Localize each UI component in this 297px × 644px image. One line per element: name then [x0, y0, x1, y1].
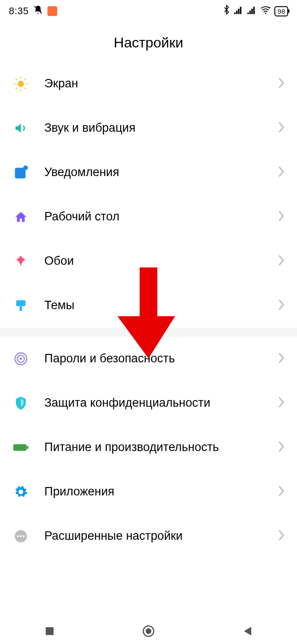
svg-point-24	[23, 535, 25, 538]
chevron-right-icon	[278, 122, 285, 134]
chevron-right-icon	[278, 353, 285, 365]
chevron-right-icon	[278, 78, 285, 90]
settings-group-security: Пароли и безопасность Защита конфиденциа…	[0, 337, 297, 558]
chevron-right-icon	[278, 299, 285, 312]
sun-icon	[12, 75, 29, 92]
nav-home-button[interactable]	[131, 624, 166, 638]
svg-point-18	[20, 357, 22, 360]
settings-item-label: Обои	[44, 254, 278, 269]
chevron-right-icon	[278, 211, 285, 223]
settings-item-label: Защита конфиденциальности	[44, 396, 278, 411]
speaker-icon	[12, 120, 29, 137]
settings-item-themes[interactable]: Темы	[0, 283, 297, 328]
svg-rect-19	[13, 444, 27, 451]
svg-rect-25	[46, 627, 54, 635]
svg-point-3	[18, 81, 24, 87]
fingerprint-icon	[12, 350, 29, 367]
nav-back-button[interactable]	[230, 626, 265, 636]
settings-item-notifications[interactable]: Уведомления	[0, 150, 297, 195]
settings-item-label: Питание и производительность	[44, 440, 278, 455]
settings-item-label: Уведомления	[44, 165, 278, 180]
wifi-icon	[260, 5, 271, 17]
settings-item-label: Расширенные настройки	[44, 529, 278, 544]
svg-point-22	[17, 535, 20, 538]
svg-line-9	[25, 88, 26, 89]
dnd-icon	[33, 5, 43, 17]
page-title: Настройки	[0, 22, 297, 62]
home-icon	[12, 208, 29, 225]
settings-item-apps[interactable]: Приложения	[0, 470, 297, 514]
app-badge-icon	[47, 6, 57, 16]
settings-item-label: Пароли и безопасность	[44, 351, 278, 366]
gear-icon	[12, 483, 29, 500]
notification-icon	[12, 164, 29, 181]
svg-point-13	[23, 165, 28, 170]
signal-2-icon	[247, 5, 257, 17]
settings-group-display: Экран Звук и вибрация Уведомления Рабочи…	[0, 62, 297, 328]
svg-point-2	[265, 13, 266, 14]
chevron-right-icon	[278, 166, 285, 179]
settings-item-display[interactable]: Экран	[0, 62, 297, 106]
settings-item-advanced[interactable]: Расширенные настройки	[0, 514, 297, 558]
settings-item-home[interactable]: Рабочий стол	[0, 195, 297, 239]
dots-icon	[12, 528, 29, 545]
brush-icon	[12, 297, 29, 314]
settings-item-label: Звук и вибрация	[44, 121, 278, 136]
nav-recents-button[interactable]	[32, 626, 67, 636]
chevron-right-icon	[278, 441, 285, 454]
chevron-right-icon	[278, 397, 285, 409]
shield-icon	[12, 395, 29, 412]
svg-line-11	[25, 79, 26, 80]
signal-1-icon	[234, 5, 243, 17]
svg-rect-20	[27, 446, 28, 449]
svg-line-10	[16, 88, 17, 89]
svg-rect-15	[20, 306, 22, 311]
settings-item-label: Темы	[44, 298, 278, 313]
settings-item-security[interactable]: Пароли и безопасность	[0, 337, 297, 381]
svg-line-8	[16, 79, 17, 80]
svg-point-23	[20, 535, 22, 538]
chevron-right-icon	[278, 255, 285, 267]
battery-h-icon	[12, 439, 29, 456]
svg-rect-14	[16, 300, 25, 306]
settings-item-label: Рабочий стол	[44, 209, 278, 224]
status-time: 8:35	[9, 5, 29, 17]
chevron-right-icon	[278, 486, 285, 498]
settings-item-battery[interactable]: Питание и производительность	[0, 425, 297, 470]
svg-point-27	[146, 628, 152, 634]
chevron-right-icon	[278, 530, 285, 542]
settings-item-privacy[interactable]: Защита конфиденциальности	[0, 381, 297, 425]
section-divider	[0, 328, 297, 337]
settings-item-label: Экран	[44, 76, 278, 91]
navigation-bar	[0, 618, 297, 644]
svg-rect-1	[50, 8, 55, 14]
settings-item-sound[interactable]: Звук и вибрация	[0, 106, 297, 150]
settings-item-label: Приложения	[44, 484, 278, 499]
flower-icon	[12, 253, 29, 270]
status-bar: 8:35 98	[0, 0, 297, 22]
battery-icon: 98	[274, 6, 288, 16]
bluetooth-icon	[223, 5, 230, 17]
settings-item-wallpaper[interactable]: Обои	[0, 239, 297, 283]
